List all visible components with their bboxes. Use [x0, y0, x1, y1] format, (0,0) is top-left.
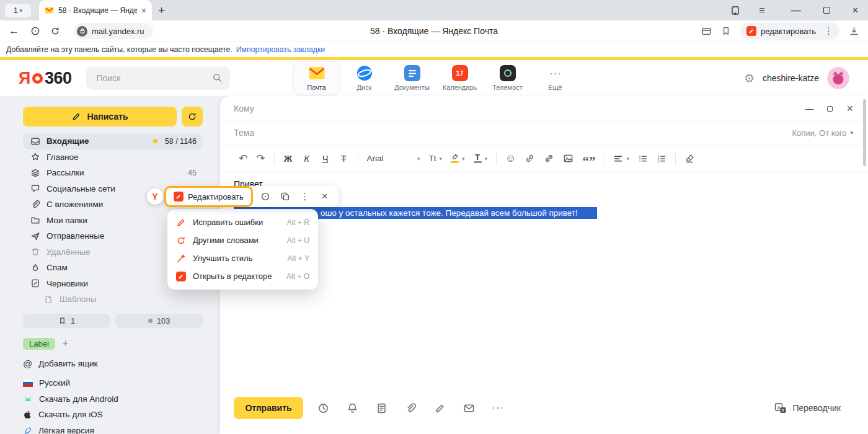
reload-icon[interactable] — [50, 26, 60, 36]
attach-file-icon[interactable] — [404, 402, 417, 414]
kebab-icon[interactable]: ⋮ — [824, 25, 833, 37]
window-minimize-icon[interactable]: — — [791, 5, 801, 16]
docs-service-icon — [404, 65, 420, 81]
card-icon[interactable] — [701, 26, 712, 37]
more-dots-icon: ··· — [547, 65, 564, 81]
lock-icon[interactable] — [77, 26, 87, 37]
unlink-icon[interactable] — [544, 153, 554, 164]
numbered-list-icon[interactable]: 123 — [657, 154, 666, 164]
search-icon[interactable] — [212, 73, 223, 83]
language-link[interactable]: Русский — [23, 375, 208, 391]
folder-newsletters[interactable]: Рассылки 45 — [23, 165, 203, 181]
text-color-dropdown[interactable]: Т ▾ — [474, 154, 488, 163]
username[interactable]: cheshire-katze — [763, 73, 819, 83]
service-calendar[interactable]: 17 Календарь — [436, 61, 484, 95]
compose-close-icon[interactable]: × — [846, 102, 853, 115]
menu-item-rephrase[interactable]: Другими словами Alt + U — [167, 231, 318, 249]
close-icon[interactable]: × — [315, 190, 335, 203]
blockquote-icon[interactable]: “” — [582, 153, 595, 164]
formatting-toolbar: ↶ ↷ Ж К Ч T Arial ▾ Tt ▾ — [220, 144, 868, 173]
strikethrough-button[interactable]: T — [339, 154, 349, 164]
compose-button[interactable]: Написать — [23, 107, 177, 126]
more-options-icon[interactable]: ··· — [492, 402, 504, 414]
new-tab-button[interactable]: + — [158, 4, 165, 17]
light-version-link[interactable]: Лёгкая версия — [23, 423, 208, 434]
service-mail[interactable]: Почта — [293, 61, 340, 95]
copy-icon[interactable] — [275, 192, 295, 202]
subject-field[interactable] — [234, 128, 792, 138]
search-box[interactable] — [86, 66, 230, 90]
window-maximize-icon[interactable] — [823, 7, 830, 14]
ios-download-link[interactable]: Скачать для iOS — [23, 407, 208, 423]
folder-inbox[interactable]: Входящие 58 / 1146 — [23, 133, 203, 149]
align-dropdown[interactable]: ▾ — [613, 154, 629, 164]
italic-button[interactable]: К — [302, 154, 312, 164]
saved-filter-button[interactable]: 1 — [23, 314, 110, 328]
font-size-dropdown[interactable]: Tt ▾ — [429, 154, 443, 163]
yandex-ai-badge[interactable]: Y — [147, 188, 163, 205]
tab-close-icon[interactable]: × — [141, 6, 146, 16]
avatar[interactable] — [827, 67, 849, 89]
envelope-icon[interactable] — [463, 402, 475, 414]
link-icon[interactable] — [525, 153, 535, 164]
compose-expand-icon[interactable] — [827, 106, 833, 112]
ai-edit-menu: Исправить ошибки Alt + R Другими словами… — [167, 209, 318, 290]
bookmark-icon[interactable] — [721, 26, 731, 36]
kebab-icon[interactable]: ⋮ — [295, 191, 315, 202]
yandex-360-logo[interactable]: Я 360 — [19, 69, 71, 88]
menu-item-improve-style[interactable]: Улучшить стиль Alt + Y — [167, 249, 318, 267]
editor-extension-chip[interactable]: редактировать ⋮ — [740, 22, 839, 40]
tab-counter[interactable]: 1 ▾ — [5, 4, 31, 17]
folder-main[interactable]: Главное — [23, 149, 203, 166]
menu-item-fix-errors[interactable]: Исправить ошибки Alt + R — [167, 213, 318, 231]
folder-templates[interactable]: Шаблоны — [23, 291, 203, 308]
undo-icon[interactable]: ↶ — [239, 152, 247, 165]
browser-tab[interactable]: 58 · Входящие — Янде × — [39, 0, 152, 20]
insert-image-icon[interactable] — [563, 153, 574, 164]
service-more[interactable]: ··· Ещё — [531, 61, 579, 95]
page-scrollbar[interactable] — [863, 99, 866, 166]
back-icon[interactable]: ← — [9, 25, 19, 37]
search-input[interactable] — [86, 66, 230, 90]
bullet-list-icon[interactable] — [638, 154, 648, 164]
refresh-button[interactable] — [182, 107, 203, 126]
tablet-icon[interactable] — [730, 6, 740, 16]
compose-minimize-icon[interactable]: — — [805, 104, 813, 113]
unread-filter-button[interactable]: 103 — [115, 314, 203, 328]
menu-item-open-in-editor[interactable]: Открыть в редакторе Alt + O — [167, 267, 318, 285]
service-disk[interactable]: Диск — [340, 61, 388, 95]
to-field[interactable] — [234, 104, 805, 113]
star-icon — [30, 152, 40, 162]
import-bookmarks-link[interactable]: Импортировать закладки — [236, 45, 325, 54]
android-download-link[interactable]: Скачать для Android — [23, 391, 208, 407]
font-family-dropdown[interactable]: Arial ▾ — [367, 154, 420, 163]
redo-icon[interactable]: ↷ — [256, 152, 265, 165]
ai-circle-icon[interactable] — [255, 192, 275, 202]
underline-button[interactable]: Ч — [321, 154, 330, 164]
downloads-icon[interactable] — [849, 26, 859, 37]
emoji-button[interactable]: ☺ — [505, 153, 516, 165]
browser-protect-icon[interactable] — [30, 26, 40, 36]
bold-button[interactable]: Ж — [283, 154, 293, 164]
notes-icon[interactable] — [375, 402, 388, 414]
cc-from-toggle[interactable]: Копии, От кого ▾ — [792, 128, 853, 138]
disk-service-icon — [356, 65, 373, 81]
settings-gear-icon[interactable]: ⚙ — [744, 71, 755, 86]
schedule-send-icon[interactable] — [317, 402, 329, 414]
browser-menu-icon[interactable]: ≡ — [759, 5, 764, 16]
send-button[interactable]: Отправить — [234, 397, 303, 419]
reminder-bell-icon[interactable] — [346, 402, 358, 414]
url-field[interactable]: mail.yandex.ru — [74, 23, 153, 39]
window-close-icon[interactable]: × — [852, 5, 858, 16]
edit-button-highlighted[interactable]: Редактировать — [164, 186, 253, 207]
signature-pen-icon[interactable] — [433, 402, 446, 414]
add-label-button[interactable]: + — [63, 338, 68, 349]
trash-icon — [30, 247, 40, 257]
add-mailbox-button[interactable]: @ Добавить ящик — [23, 358, 220, 369]
service-telemost[interactable]: Телемост — [484, 61, 531, 95]
user-label-chip[interactable]: Label — [23, 338, 55, 350]
clear-formatting-icon[interactable] — [684, 153, 695, 164]
translator-button[interactable]: Ая Переводчик — [774, 402, 841, 414]
service-docs[interactable]: Документы — [388, 61, 436, 95]
highlight-color-dropdown[interactable]: ▾ — [451, 154, 465, 163]
